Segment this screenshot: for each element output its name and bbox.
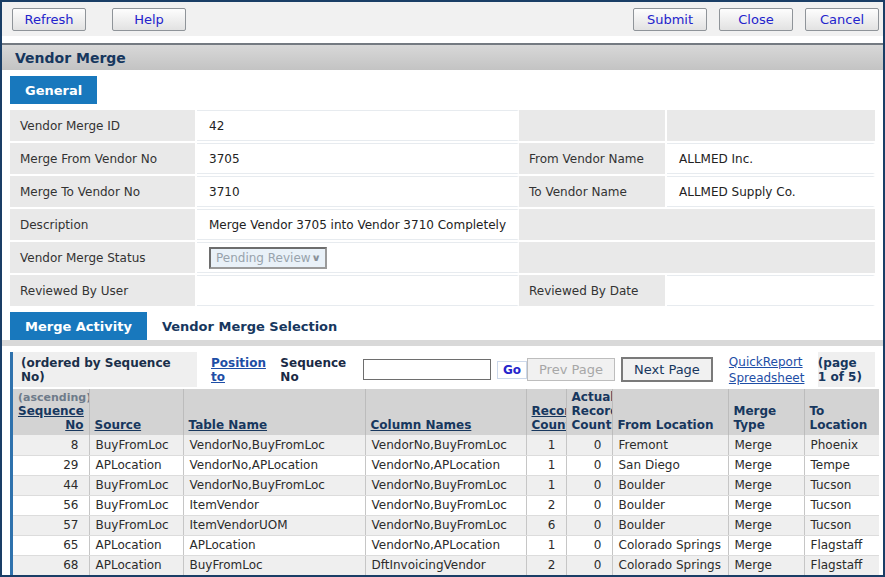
cell-from-location: San Diego — [612, 455, 728, 475]
report-links: QuickReport Spreadsheet — [713, 352, 818, 387]
cell-from-location: Colorado Springs — [612, 555, 728, 575]
sort-link-column-names[interactable]: Column Names — [371, 418, 472, 432]
tab-vendor-merge-selection[interactable]: Vendor Merge Selection — [147, 312, 352, 340]
cell-actual-record-count: 0 — [566, 435, 612, 455]
cell-record-count: 1 — [526, 435, 566, 455]
header-record-count: Record Count — [526, 389, 566, 435]
cell-source: APLocation — [89, 535, 183, 555]
cell-source: BuyFromLoc — [89, 475, 183, 495]
go-button[interactable]: Go — [497, 361, 527, 379]
title-bar: Vendor Merge — [2, 43, 883, 70]
header-table-name: Table Name — [183, 389, 365, 435]
vendor-merge-status-cell: Pending Review ∨ — [197, 242, 519, 273]
cell-record-count: 2 — [526, 495, 566, 515]
form-row-merge-to-vendor: Merge To Vendor No 3710 To Vendor Name A… — [10, 176, 875, 207]
grid-control-bar: (ordered by Sequence No) Position to Seq… — [13, 352, 875, 389]
vendor-merge-window: Refresh Help Submit Close Cancel Vendor … — [0, 0, 885, 577]
vendor-merge-status-select[interactable]: Pending Review ∨ — [209, 247, 327, 269]
cell-actual-record-count: 0 — [566, 535, 612, 555]
cell-actual-record-count: 0 — [566, 455, 612, 475]
quickreport-link[interactable]: QuickReport — [729, 355, 818, 369]
vendor-merge-status-label: Vendor Merge Status — [10, 242, 197, 273]
cell-actual-record-count: 0 — [566, 515, 612, 535]
tab-merge-activity[interactable]: Merge Activity — [10, 312, 147, 340]
cell-record-count: 1 — [526, 535, 566, 555]
empty-label-cell — [519, 242, 667, 273]
header-merge-type: Merge Type — [728, 389, 804, 435]
description-label: Description — [10, 209, 197, 240]
next-page-button[interactable]: Next Page — [621, 357, 713, 382]
sort-link-record-count[interactable]: Record Count — [532, 404, 567, 432]
cell-to-location: Tucson — [804, 495, 879, 515]
page-indicator: (page 1 of 5) — [818, 352, 875, 387]
cell-from-location: Colorado Springs — [612, 535, 728, 555]
sort-link-source[interactable]: Source — [95, 418, 142, 432]
cell-sequence-no: 56 — [13, 495, 89, 515]
cell-record-count: 1 — [526, 475, 566, 495]
pager: Prev Page Next Page — [527, 352, 713, 387]
cancel-button[interactable]: Cancel — [805, 8, 879, 31]
cell-to-location: Flagstaff — [804, 555, 879, 575]
sort-link-sequence-no[interactable]: Sequence No — [18, 404, 84, 432]
cell-sequence-no: 57 — [13, 515, 89, 535]
spreadsheet-link[interactable]: Spreadsheet — [729, 371, 818, 385]
cell-table-name: ItemVendor — [183, 495, 365, 515]
table-row: 29 APLocation VendorNo,APLocation Vendor… — [13, 455, 879, 475]
empty-value-cell — [667, 110, 875, 141]
tab-general[interactable]: General — [10, 76, 97, 104]
cell-from-location: Fremont — [612, 435, 728, 455]
toolbar-left-group: Refresh Help — [12, 8, 186, 31]
cell-sequence-no: 65 — [13, 535, 89, 555]
cell-table-name: BuyFromLoc — [183, 555, 365, 575]
refresh-button[interactable]: Refresh — [12, 8, 86, 31]
cell-merge-type: Merge — [728, 495, 804, 515]
cell-sequence-no: 44 — [13, 475, 89, 495]
cell-column-names: VendorNo,APLocation — [365, 535, 526, 555]
empty-label-cell — [519, 110, 667, 141]
reviewed-by-date-label: Reviewed By Date — [519, 275, 667, 306]
cell-table-name: VendorNo,BuyFromLoc — [183, 435, 365, 455]
header-sequence-no: (ascending) Sequence No — [13, 389, 89, 435]
form-row-reviewed-by: Reviewed By User Reviewed By Date — [10, 275, 875, 306]
cell-column-names: VendorNo,BuyFromLoc — [365, 435, 526, 455]
position-to-input[interactable] — [363, 359, 491, 380]
form-row-merge-from-vendor: Merge From Vendor No 3705 From Vendor Na… — [10, 143, 875, 174]
empty-label-cell — [519, 209, 667, 240]
cell-record-count: 6 — [526, 515, 566, 535]
sort-link-table-name[interactable]: Table Name — [189, 418, 268, 432]
cell-table-name: APLocation — [183, 535, 365, 555]
position-field-label: Sequence No — [280, 356, 357, 384]
empty-value-cell — [667, 242, 875, 273]
close-button[interactable]: Close — [719, 8, 793, 31]
header-source: Source — [89, 389, 183, 435]
cell-merge-type: Merge — [728, 455, 804, 475]
cell-source: BuyFromLoc — [89, 495, 183, 515]
position-to-link[interactable]: Position to — [211, 356, 274, 384]
cell-actual-record-count: 0 — [566, 475, 612, 495]
description-value: Merge Vendor 3705 into Vendor 3710 Compl… — [197, 209, 519, 240]
cell-merge-type: Merge — [728, 515, 804, 535]
submit-button[interactable]: Submit — [633, 8, 707, 31]
toolbar-right-group: Submit Close Cancel — [633, 8, 879, 31]
table-row: 44 BuyFromLoc VendorNo,BuyFromLoc Vendor… — [13, 475, 879, 495]
cell-sequence-no: 68 — [13, 555, 89, 575]
help-button[interactable]: Help — [112, 8, 186, 31]
cell-from-location: Boulder — [612, 475, 728, 495]
from-vendor-name-label: From Vendor Name — [519, 143, 667, 174]
table-row: 57 BuyFromLoc ItemVendorUOM VendorNo,Buy… — [13, 515, 879, 535]
table-header-row: (ascending) Sequence No Source Table Nam… — [13, 389, 879, 435]
cell-record-count: 2 — [526, 555, 566, 575]
cell-column-names: VendorNo,BuyFromLoc — [365, 475, 526, 495]
header-from-location: From Location — [612, 389, 728, 435]
header-column-names: Column Names — [365, 389, 526, 435]
to-vendor-name-value: ALLMED Supply Co. — [667, 176, 875, 207]
merge-activity-panel: (ordered by Sequence No) Position to Seq… — [10, 352, 875, 577]
form-row-status: Vendor Merge Status Pending Review ∨ — [10, 242, 875, 273]
position-to-area: Position to Sequence No Go — [197, 352, 527, 387]
cell-merge-type: Merge — [728, 435, 804, 455]
cell-column-names: VendorNo,BuyFromLoc — [365, 515, 526, 535]
prev-page-button[interactable]: Prev Page — [527, 358, 615, 381]
cell-source: APLocation — [89, 455, 183, 475]
merge-from-vendor-no-label: Merge From Vendor No — [10, 143, 197, 174]
vendor-merge-status-selected-value: Pending Review — [216, 251, 311, 265]
